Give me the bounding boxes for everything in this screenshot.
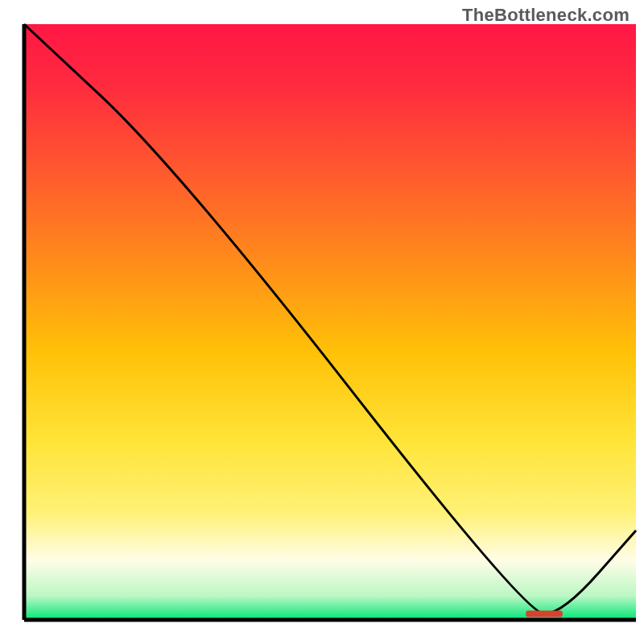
watermark-text: TheBottleneck.com — [462, 5, 630, 26]
bottleneck-chart — [0, 0, 644, 644]
minimum-marker — [526, 611, 563, 617]
plot-background — [24, 24, 636, 620]
chart-container: TheBottleneck.com — [0, 0, 644, 644]
